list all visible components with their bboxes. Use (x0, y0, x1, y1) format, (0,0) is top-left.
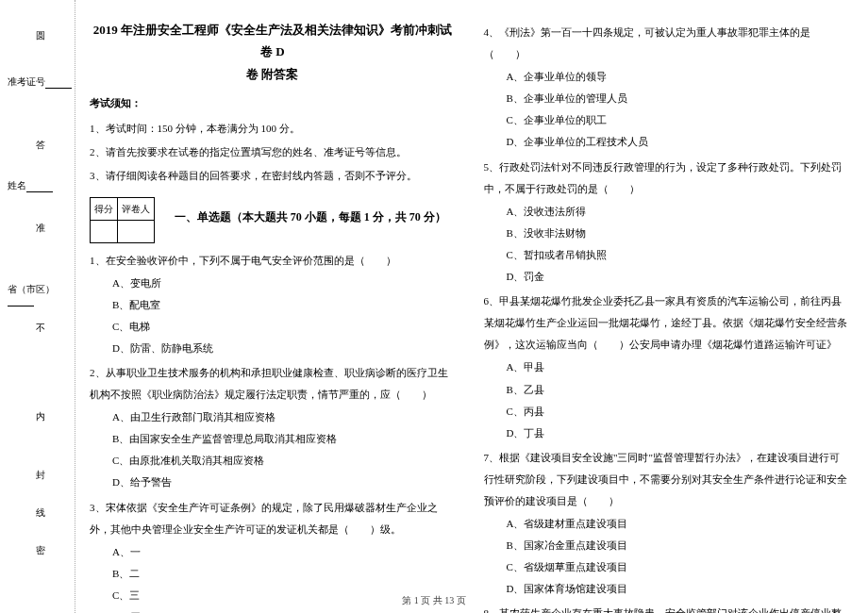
q4-opt-b: B、企事业单位的管理人员 (507, 88, 850, 109)
q6-opt-d: D、丁县 (507, 422, 850, 444)
question-6: 6、甲县某烟花爆竹批发企业委托乙县一家具有资质的汽车运输公司，前往丙县某烟花爆竹… (484, 290, 850, 356)
q5-opt-d: D、罚金 (507, 266, 850, 288)
score-cell-b: 评卷人 (118, 197, 155, 220)
binding-vert-3: 准 (33, 215, 46, 223)
q2-opt-b: B、由国家安全生产监督管理总局取消其相应资格 (112, 428, 456, 450)
q7-opt-b: B、国家冶金重点建设项目 (507, 535, 850, 556)
q4-opt-a: A、企事业单位的领导 (507, 66, 850, 88)
question-4: 4、《刑法》第一百一十四条规定，可被认定为重人事故罪犯罪主体的是（ ） (484, 22, 850, 65)
q6-opt-a: A、甲县 (507, 356, 850, 378)
instruction-2: 2、请首先按要求在试卷的指定位置填写您的姓名、准考证号等信息。 (90, 141, 456, 163)
question-1: 1、在安全验收评价中，下列不属于电气安全评价范围的是（ ） (90, 250, 456, 272)
q4-opt-d: D、企事业单位的工程技术人员 (507, 131, 850, 153)
binding-vert-4: 不 (33, 316, 46, 323)
q6-opt-c: C、丙县 (507, 401, 850, 422)
binding-vert-8: 密 (33, 538, 46, 545)
q3-opt-d: D、四 (112, 606, 456, 613)
page-footer: 第 1 页 共 13 页 (0, 594, 868, 607)
notice-heading: 考试须知： (90, 92, 456, 114)
score-row: 得分评卷人 一、单选题（本大题共 70 小题，每题 1 分，共 70 分） (90, 190, 456, 247)
exam-title: 2019 年注册安全工程师《安全生产法及相关法律知识》考前冲刺试卷 D 卷 附答… (90, 19, 456, 85)
q5-opt-b: B、没收非法财物 (507, 223, 850, 244)
right-column: 4、《刑法》第一百一十四条规定，可被认定为重人事故罪犯罪主体的是（ ） A、企事… (484, 19, 850, 613)
binding-vert-7: 封 (33, 462, 46, 470)
question-7: 7、根据《建设项目安全设施"三同时"监督管理暂行办法》，在建设项目进行可行性研究… (484, 447, 850, 512)
q7-opt-a: A、省级建材重点建设项目 (507, 513, 850, 535)
question-3: 3、宋体依据《安全生产许可证条例》的规定，除了民用爆破器材生产企业之外，其他中央… (90, 497, 456, 540)
binding-field-name: 姓名 (8, 179, 53, 192)
score-cell-a: 得分 (91, 197, 118, 220)
instruction-3: 3、请仔细阅读各种题目的回答要求，在密封线内答题，否则不予评分。 (90, 165, 456, 187)
q2-opt-a: A、由卫生行政部门取消其相应资格 (112, 406, 456, 428)
content-area: 2019 年注册安全工程师《安全生产法及相关法律知识》考前冲刺试卷 D 卷 附答… (90, 19, 849, 613)
q3-opt-a: A、一 (112, 541, 456, 563)
binding-margin: 圆 准考证号 答 准 姓名 不 内 省（市区） 线 封 密 (0, 0, 75, 613)
left-column: 2019 年注册安全工程师《安全生产法及相关法律知识》考前冲刺试卷 D 卷 附答… (90, 19, 456, 613)
binding-vert-5: 内 (33, 404, 46, 411)
binding-vert-2: 答 (33, 132, 46, 140)
q5-opt-a: A、没收违法所得 (507, 201, 850, 223)
binding-field-exam-id: 准考证号 (8, 75, 72, 89)
q1-opt-b: B、配电室 (112, 294, 456, 316)
q2-opt-d: D、给予警告 (112, 472, 456, 493)
q1-opt-c: C、电梯 (112, 316, 456, 338)
q6-opt-b: B、乙县 (507, 379, 850, 401)
score-table: 得分评卷人 (90, 197, 155, 243)
instruction-1: 1、考试时间：150 分钟，本卷满分为 100 分。 (90, 118, 456, 140)
question-2: 2、从事职业卫生技术服务的机构和承担职业健康检查、职业病诊断的医疗卫生机构不按照… (90, 362, 456, 406)
q4-opt-c: C、企事业单位的职工 (507, 109, 850, 131)
q5-opt-c: C、暂扣或者吊销执照 (507, 244, 850, 266)
binding-field-province: 省（市区） (8, 283, 75, 306)
part1-heading: 一、单选题（本大题共 70 小题，每题 1 分，共 70 分） (175, 210, 446, 224)
binding-vert-1: 圆 (33, 24, 46, 31)
q7-opt-c: C、省级烟草重点建设项目 (507, 556, 850, 578)
question-5: 5、行政处罚法针对不同违反行政管理的行为，设定了多种行政处罚。下列处罚中，不属于… (484, 157, 850, 200)
q3-opt-b: B、二 (112, 563, 456, 585)
q1-opt-d: D、防雷、防静电系统 (112, 338, 456, 359)
q2-opt-c: C、由原批准机关取消其相应资格 (112, 450, 456, 472)
q1-opt-a: A、变电所 (112, 273, 456, 294)
binding-vert-6: 线 (33, 500, 46, 507)
